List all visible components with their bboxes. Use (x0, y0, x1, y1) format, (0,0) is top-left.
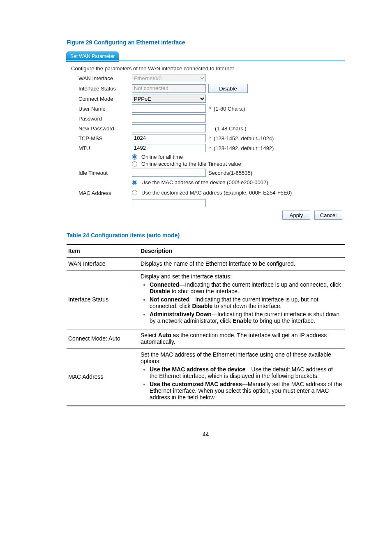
tab-underline (66, 60, 345, 61)
desc-cell: Set the MAC address of the Ethernet inte… (141, 349, 345, 406)
online-idle-radio[interactable] (132, 161, 137, 167)
label-mtu: MTU (71, 145, 132, 151)
mac-custom-radio[interactable] (132, 190, 137, 195)
desc-cell: Select Auto as the connection mode. The … (141, 329, 345, 349)
required-star-icon: * (209, 145, 211, 151)
new-password-field[interactable] (132, 124, 206, 132)
item-cell: MAC Address (67, 349, 141, 406)
col-desc-header: Description (141, 245, 345, 258)
wan-parameter-panel: Set WAN Parameter Configure the paramete… (66, 51, 345, 220)
apply-button[interactable]: Apply (282, 211, 310, 220)
wan-interface-select[interactable]: Ethernet0/0 (132, 74, 206, 82)
label-mac-address: MAC Address (71, 190, 132, 196)
page-number: 44 (67, 431, 345, 438)
cancel-button[interactable]: Cancel (314, 211, 342, 220)
label-interface-status: Interface Status (71, 86, 132, 92)
label-user-name: User Name (71, 106, 132, 112)
label-connect-mode: Connect Mode (71, 96, 132, 102)
figure-title: Figure 29 Configuring an Ethernet interf… (67, 39, 345, 46)
new-password-hint: (1-48 Chars.) (215, 125, 247, 132)
tcp-mss-hint: (128-1452, default=1024) (214, 135, 274, 141)
label-password: Password (71, 116, 132, 122)
mtu-field[interactable] (132, 144, 206, 152)
item-cell: Interface Status (67, 271, 141, 329)
table-row: WAN Interface Displays the name of the E… (67, 258, 345, 271)
required-star-icon: * (209, 135, 211, 141)
label-tcp-mss: TCP-MSS (71, 135, 132, 141)
interface-status-field (132, 84, 206, 93)
user-name-hint: (1-80 Chars.) (214, 106, 245, 112)
table-row: Interface Status Display and set the int… (67, 271, 345, 329)
connect-mode-select[interactable]: PPPoE (132, 95, 206, 103)
config-items-table: Item Description WAN Interface Displays … (67, 244, 345, 406)
label-idle-timeout: Idle Timeout (71, 170, 132, 176)
item-cell: WAN Interface (67, 258, 141, 271)
tab-bar: Set WAN Parameter (66, 51, 345, 61)
tcp-mss-field[interactable] (132, 134, 206, 142)
online-idle-label: Online according to the Idle Timeout val… (141, 161, 241, 167)
password-field[interactable] (132, 114, 206, 123)
table-title: Table 24 Configuration items (auto mode) (67, 232, 345, 239)
desc-cell: Displays the name of the Ethernet interf… (141, 258, 345, 271)
label-new-password: New Password (71, 125, 132, 132)
user-name-field[interactable] (132, 104, 206, 113)
mac-device-radio[interactable] (132, 180, 137, 185)
item-cell: Connect Mode: Auto (67, 329, 141, 349)
table-row: MAC Address Set the MAC address of the E… (67, 349, 345, 406)
table-row: Connect Mode: Auto Select Auto as the co… (67, 329, 345, 349)
label-wan-interface: WAN Interface (71, 75, 132, 81)
wan-description: Configure the parameters of the WAN inte… (71, 65, 345, 72)
mtu-hint: (128-1492, default=1492) (214, 145, 274, 151)
mac-custom-label: Use the customized MAC address (Example:… (141, 190, 292, 196)
required-star-icon: * (209, 106, 211, 112)
idle-timeout-hint: Seconds(1-65535) (208, 170, 252, 176)
online-all-time-radio[interactable] (132, 154, 137, 160)
mac-custom-field[interactable] (132, 199, 206, 207)
disable-button[interactable]: Disable (208, 84, 248, 93)
online-all-time-label: Online for all time (141, 154, 183, 160)
idle-timeout-field[interactable] (132, 169, 206, 177)
desc-cell: Display and set the interface status: Co… (141, 271, 345, 329)
mac-device-label: Use the MAC address of the device (000f-… (141, 179, 268, 185)
col-item-header: Item (67, 245, 141, 258)
